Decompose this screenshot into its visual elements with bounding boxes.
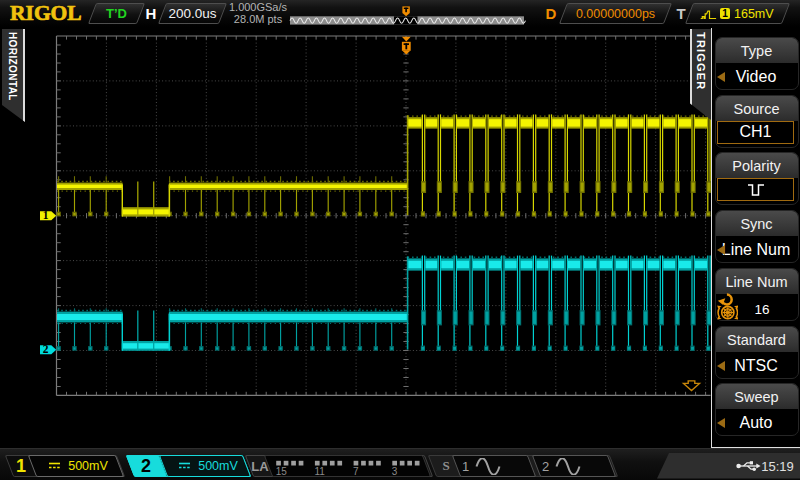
svg-text:7: 7	[353, 466, 359, 477]
svg-text:15: 15	[276, 466, 288, 477]
svg-text:1: 1	[43, 209, 49, 221]
svg-text:3: 3	[392, 466, 398, 477]
svg-text:2: 2	[43, 343, 49, 355]
svg-text:11: 11	[314, 466, 325, 477]
